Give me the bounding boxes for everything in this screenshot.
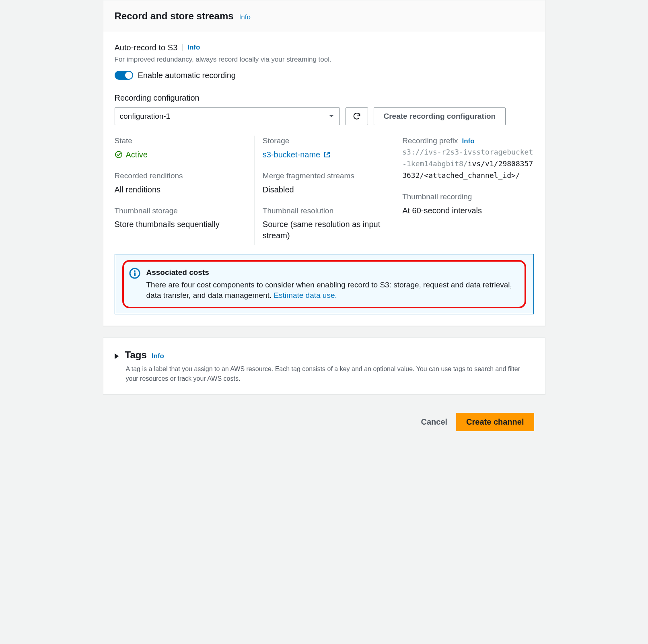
auto-record-info-link[interactable]: Info: [187, 43, 200, 52]
panel-title: Record and store streams: [115, 9, 234, 23]
auto-record-description: For improved redundancy, always record l…: [115, 55, 534, 64]
prefix-label: Recording prefix: [402, 136, 458, 147]
recording-config-selected: configuration-1: [120, 111, 171, 122]
cancel-button[interactable]: Cancel: [421, 417, 448, 427]
tags-panel: Tags Info A tag is a label that you assi…: [103, 337, 545, 394]
prefix-info-link[interactable]: Info: [462, 136, 475, 146]
caret-right-icon: [115, 353, 119, 359]
record-streams-panel: Record and store streams Info Auto-recor…: [103, 0, 545, 326]
create-recording-config-button[interactable]: Create recording configuration: [374, 107, 506, 125]
create-channel-button[interactable]: Create channel: [456, 413, 534, 431]
auto-record-title: Auto-record to S3: [115, 42, 178, 53]
state-value: Active: [115, 149, 246, 160]
tags-info-link[interactable]: Info: [152, 351, 164, 361]
tags-expand-toggle[interactable]: Tags Info: [115, 348, 534, 362]
thumb-storage-value: Store thumbnails sequentially: [115, 219, 246, 230]
state-label: State: [115, 136, 246, 147]
refresh-icon: [352, 112, 361, 121]
info-box-title: Associated costs: [146, 267, 519, 278]
prefix-value: s3://ivs-r2s3-ivsstoragebucket-1kem14abg…: [402, 147, 533, 181]
info-box-text: There are four cost components to consid…: [146, 280, 519, 301]
panel-info-link[interactable]: Info: [239, 12, 251, 22]
enable-recording-toggle-label: Enable automatic recording: [138, 70, 236, 81]
divider: [182, 44, 183, 51]
refresh-button[interactable]: [346, 107, 368, 125]
svg-point-2: [134, 270, 136, 272]
enable-recording-toggle[interactable]: [115, 71, 133, 80]
svg-rect-3: [134, 272, 136, 276]
merge-value: Disabled: [263, 184, 386, 195]
page-footer: Cancel Create channel: [103, 406, 545, 433]
merge-label: Merge fragmented streams: [263, 171, 386, 182]
tags-title: Tags: [125, 348, 147, 362]
external-link-icon: [323, 151, 331, 158]
thumb-recording-label: Thumbnail recording: [402, 192, 533, 202]
associated-costs-info-box: Associated costs There are four cost com…: [115, 254, 534, 314]
thumb-res-label: Thumbnail resolution: [263, 206, 386, 217]
storage-label: Storage: [263, 136, 386, 147]
storage-link[interactable]: s3-bucket-name: [263, 149, 331, 160]
panel-header: Record and store streams Info: [103, 0, 545, 32]
recording-config-select[interactable]: configuration-1: [115, 107, 340, 125]
thumb-recording-value: At 60-second intervals: [402, 205, 533, 216]
renditions-value: All renditions: [115, 184, 246, 195]
thumb-res-value: Source (same resolution as input stream): [263, 219, 386, 241]
svg-point-0: [115, 151, 122, 158]
thumb-storage-label: Thumbnail storage: [115, 206, 246, 217]
estimate-data-use-link[interactable]: Estimate data use.: [274, 291, 337, 299]
info-icon: [129, 267, 141, 279]
tags-description: A tag is a label that you assign to an A…: [126, 364, 534, 384]
check-circle-icon: [115, 151, 123, 159]
recording-config-label: Recording configuration: [115, 92, 534, 103]
renditions-label: Recorded renditions: [115, 171, 246, 182]
